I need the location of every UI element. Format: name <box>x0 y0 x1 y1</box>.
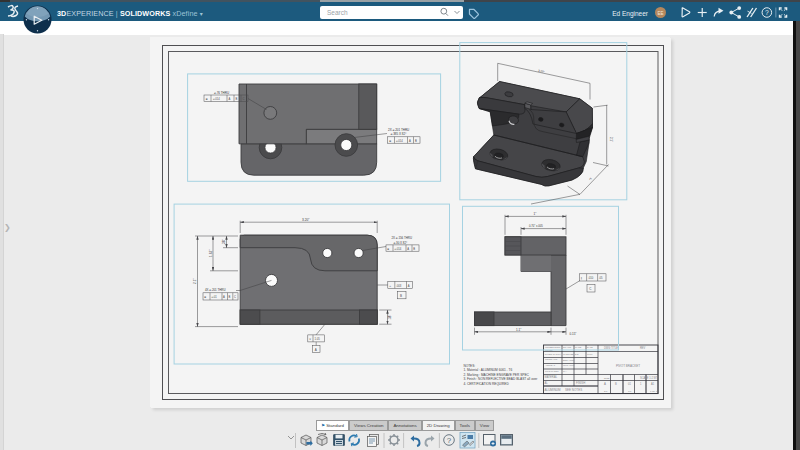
svg-text:NOTES:: NOTES: <box>463 364 475 368</box>
svg-text:1. Material : ALUMINUM 6061 -: 1. Material : ALUMINUM 6061 - T6 <box>463 368 512 372</box>
svg-text:E.E.: E.E. <box>575 353 580 355</box>
svg-text:B: B <box>236 97 238 101</box>
svg-text:3.20": 3.20" <box>302 218 309 222</box>
svg-text:CHECKED: CHECKED <box>563 353 574 355</box>
svg-text:∥: ∥ <box>581 276 582 280</box>
svg-text:DRAWN: DRAWN <box>563 346 572 348</box>
svg-text:2. Marking : MACHINE ENGRAVE P: 2. Marking : MACHINE ENGRAVE PER SPEC <box>463 373 529 377</box>
svg-text:2.1": 2.1" <box>193 278 197 284</box>
svg-text:⌀.385 X 82°: ⌀.385 X 82° <box>391 132 408 136</box>
svg-text:A: A <box>408 284 410 288</box>
svg-text:Q.A.: Q.A. <box>563 370 568 372</box>
svg-text:SIZE: SIZE <box>604 377 610 380</box>
svg-text:C: C <box>234 295 236 299</box>
svg-text:A: A <box>223 295 225 299</box>
svg-text:⌀.30 X 82°: ⌀.30 X 82° <box>394 241 408 245</box>
svg-text:.05: .05 <box>599 276 603 280</box>
svg-text:.38": .38" <box>388 315 392 320</box>
svg-text:0.15": 0.15" <box>570 332 577 336</box>
svg-text:B: B <box>415 139 417 143</box>
svg-text:A: A <box>604 382 606 386</box>
svg-text:DATE: DATE <box>587 346 593 348</box>
svg-text:2.1": 2.1" <box>609 137 613 142</box>
svg-text:MFG APPR: MFG APPR <box>563 364 575 366</box>
svg-text:⊕: ⊕ <box>389 140 391 143</box>
svg-text:ENG APPR: ENG APPR <box>563 359 575 361</box>
svg-text:PIVOT BRACKET: PIVOT BRACKET <box>616 364 640 368</box>
svg-text:EE: EE <box>657 11 663 16</box>
svg-text:A: A <box>315 348 317 352</box>
svg-text:3. Finish : NON REFLECTIVE BEA: 3. Finish : NON REFLECTIVE BEAD BLAST al… <box>463 377 538 381</box>
svg-text:C: C <box>243 97 245 101</box>
svg-text:⌀.76 THRU: ⌀.76 THRU <box>214 91 229 95</box>
svg-text:ALUMINUM: ALUMINUM <box>545 388 562 392</box>
svg-text:⌀.014: ⌀.014 <box>396 139 403 143</box>
svg-text:1": 1" <box>534 212 537 216</box>
svg-text:NAME: NAME <box>575 346 582 348</box>
svg-text:⊕: ⊕ <box>206 98 208 101</box>
svg-text:⌀.01: ⌀.01 <box>212 295 218 299</box>
svg-text:10/01: 10/01 <box>587 353 593 355</box>
svg-text:.010: .010 <box>588 276 594 280</box>
svg-text:⊕: ⊕ <box>387 248 389 251</box>
svg-text:4. CERTIFICATION REQUIRED: 4. CERTIFICATION REQUIRED <box>463 382 509 386</box>
svg-text:DWG TITLE: DWG TITLE <box>604 346 618 350</box>
svg-text:AL: AL <box>545 381 549 385</box>
svg-text:B: B <box>229 295 231 299</box>
svg-text:4X ⌀.201 THRU: 4X ⌀.201 THRU <box>205 288 225 292</box>
svg-text:MATERIAL: MATERIAL <box>545 375 558 379</box>
svg-text:A: A <box>409 139 411 143</box>
svg-text:⌀.014: ⌀.014 <box>213 97 220 101</box>
svg-text:B: B <box>615 382 617 386</box>
svg-text:A: A <box>407 247 409 251</box>
svg-text:B: B <box>413 247 415 251</box>
svg-text:.003: .003 <box>396 284 402 288</box>
svg-text:A1: A1 <box>651 382 655 386</box>
svg-text:0.70" ±.005: 0.70" ±.005 <box>529 224 543 228</box>
svg-text:?: ? <box>447 436 452 445</box>
svg-text:.38": .38" <box>222 239 226 245</box>
svg-text:TWO PL DEC: TWO PL DEC <box>545 370 559 372</box>
svg-text:B: B <box>400 294 402 298</box>
svg-text:TOLER .005: TOLER .005 <box>545 358 558 360</box>
svg-text:REV: REV <box>640 346 646 350</box>
svg-text:A: A <box>229 97 231 101</box>
svg-text:?: ? <box>765 9 769 16</box>
svg-text:DIMEN IN INCH: DIMEN IN INCH <box>545 353 561 355</box>
svg-text:SCALE 1:2 WT: SCALE 1:2 WT <box>640 376 658 380</box>
svg-text:ANGLE .5: ANGLE .5 <box>545 364 556 366</box>
svg-text:1 OF 1: 1 OF 1 <box>650 390 658 393</box>
svg-text:1.1": 1.1" <box>516 328 521 332</box>
svg-text:1.62": 1.62" <box>209 250 213 257</box>
svg-text:Ed Engineer: Ed Engineer <box>612 10 649 18</box>
svg-text:⌀.014: ⌀.014 <box>395 247 402 251</box>
svg-text:SEE NOTES: SEE NOTES <box>565 388 582 392</box>
svg-text:⊕: ⊕ <box>204 296 206 299</box>
svg-text:1.05: 1.05 <box>315 337 321 341</box>
svg-text:FINISH: FINISH <box>576 381 585 385</box>
